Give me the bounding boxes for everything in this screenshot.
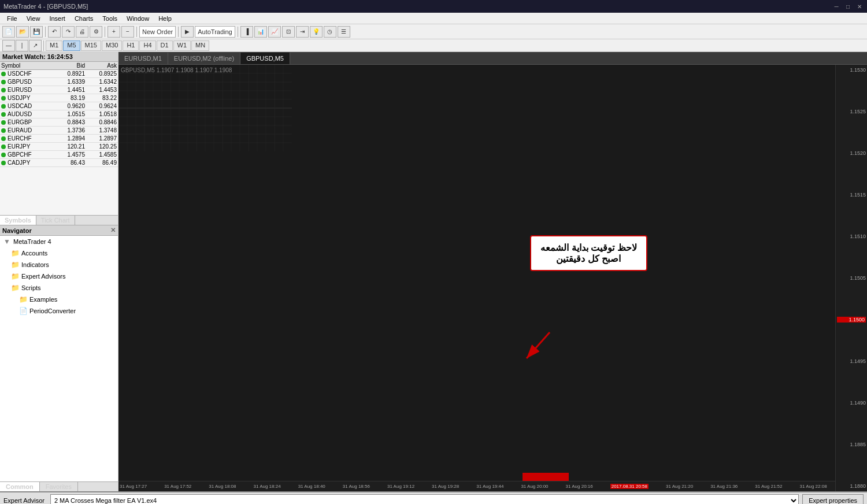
nav-tree-item[interactable]: 📁 Indicators: [0, 259, 118, 270]
tf-m15[interactable]: M15: [81, 40, 101, 51]
tree-icon: 📁: [18, 295, 28, 304]
line-button[interactable]: —: [2, 40, 15, 51]
tf-m1[interactable]: M1: [46, 40, 62, 51]
close-button[interactable]: ✕: [855, 2, 864, 10]
market-watch-row[interactable]: GBPCHF 1.4575 1.4585: [0, 151, 118, 159]
tree-icon: ▼: [2, 237, 12, 246]
redo-button[interactable]: ↷: [62, 26, 75, 38]
bar-chart-button[interactable]: ▐: [240, 26, 253, 38]
price-6: 1.1505: [837, 275, 866, 281]
title-bar: MetaTrader 4 - [GBPUSD,M5] ─ □ ✕: [0, 0, 867, 13]
navigator-close-icon[interactable]: ✕: [110, 227, 116, 234]
zoom-out-button[interactable]: −: [121, 26, 134, 38]
tree-label: MetaTrader 4: [13, 238, 51, 245]
price-5: 1.1510: [837, 234, 866, 239]
tf-mn[interactable]: MN: [191, 40, 209, 51]
market-watch-row[interactable]: USDCHF 0.8921 0.8925: [0, 70, 118, 78]
market-watch-row[interactable]: EURUSD 1.4451 1.4453: [0, 86, 118, 94]
tab-symbols[interactable]: Symbols: [0, 216, 36, 225]
market-watch-rows: USDCHF 0.8921 0.8925 GBPUSD 1.6339 1.634…: [0, 70, 118, 215]
autotrading-icon[interactable]: ▶: [181, 26, 194, 38]
chart-tooltip: لاحظ توقيت بداية الشمعه اصبح كل دقيقتين: [530, 235, 647, 271]
tf-m5[interactable]: M5: [63, 40, 80, 51]
open-button[interactable]: 📂: [16, 26, 29, 38]
price-9: 1.1490: [837, 400, 866, 406]
market-watch-bid: 1.0515: [53, 111, 85, 117]
chart-tab-gbpusd-m5[interactable]: GBPUSD,M5: [240, 53, 290, 64]
new-order-label[interactable]: New Order: [139, 26, 176, 38]
market-watch-ask: 1.4585: [85, 151, 117, 158]
price-axis: 1.1530 1.1525 1.1520 1.1515 1.1510 1.150…: [835, 65, 867, 491]
nav-tree-item[interactable]: 📁 Scripts: [0, 282, 118, 294]
tf-h1[interactable]: H1: [123, 40, 139, 51]
candle-chart-button[interactable]: 📊: [254, 26, 267, 38]
menu-view[interactable]: View: [22, 13, 45, 24]
market-watch-row[interactable]: EURAUD 1.3736 1.3748: [0, 127, 118, 135]
svg-line-144: [527, 332, 550, 358]
nav-tree-item[interactable]: 📁 Examples: [0, 294, 118, 305]
time-5: 31 Aug 18:40: [298, 484, 325, 489]
tf-w1[interactable]: W1: [173, 40, 191, 51]
new-chart-button[interactable]: 📄: [2, 26, 15, 38]
nav-tree-item[interactable]: 📁 Expert Advisors: [0, 270, 118, 282]
minimize-button[interactable]: ─: [832, 2, 840, 10]
undo-button[interactable]: ↶: [48, 26, 61, 38]
menu-tools[interactable]: Tools: [98, 13, 122, 24]
tree-label: Indicators: [21, 261, 49, 268]
print-button[interactable]: 🖨: [76, 26, 88, 38]
nav-tab-common[interactable]: Common: [0, 482, 40, 491]
market-watch-row[interactable]: EURGBP 0.8843 0.8846: [0, 118, 118, 127]
maximize-button[interactable]: □: [844, 2, 852, 10]
scroll-end-button[interactable]: ⇥: [296, 26, 309, 38]
nav-tree-item[interactable]: 📁 Accounts: [0, 247, 118, 259]
market-watch-row[interactable]: AUDUSD 1.0515 1.0518: [0, 110, 118, 118]
tab-tick-chart[interactable]: Tick Chart: [36, 216, 75, 225]
bottom-section: Expert Advisor 2 MA Crosses Mega filter …: [0, 491, 867, 504]
templates-button[interactable]: ☰: [338, 26, 350, 38]
market-watch-ask: 0.8925: [85, 71, 117, 77]
periodicity-button[interactable]: ◷: [324, 26, 336, 38]
indicators-button[interactable]: 💡: [310, 26, 323, 38]
tf-d1[interactable]: D1: [157, 40, 173, 51]
market-watch-symbol: CADJPY: [8, 160, 53, 166]
market-watch-dot: [1, 104, 6, 109]
nav-tab-favorites[interactable]: Favorites: [40, 482, 78, 491]
time-14: 31 Aug 21:52: [755, 484, 782, 489]
autotrading-label[interactable]: AutoTrading: [195, 26, 235, 38]
market-watch-dot: [1, 96, 6, 101]
market-watch-row[interactable]: USDCAD 0.9620 0.9624: [0, 102, 118, 110]
market-watch-row[interactable]: CADJPY 86.43 86.49: [0, 159, 118, 167]
line-chart-button[interactable]: 📈: [268, 26, 281, 38]
save-button[interactable]: 💾: [30, 26, 43, 38]
nav-tree-item[interactable]: 📄 PeriodConverter: [0, 305, 118, 317]
time-10: 31 Aug 20:00: [521, 484, 548, 489]
toolbar: 📄 📂 💾 ↶ ↷ 🖨 ⚙ + − New Order ▶ AutoTradin…: [0, 24, 867, 39]
market-watch-row[interactable]: EURCHF 1.2894 1.2897: [0, 135, 118, 143]
time-7: 31 Aug 19:12: [387, 484, 414, 489]
menu-help[interactable]: Help: [154, 13, 176, 24]
menu-charts[interactable]: Charts: [70, 13, 98, 24]
strategy-tester-toolbar: Expert Advisor 2 MA Crosses Mega filter …: [0, 492, 867, 504]
market-watch-ask: 0.9624: [85, 103, 117, 109]
chart-tab-eurusd-m2[interactable]: EURUSD,M2 (offline): [168, 53, 240, 64]
hline-button[interactable]: |: [16, 40, 28, 51]
ea-select[interactable]: 2 MA Crosses Mega filter EA V1.ex4: [50, 494, 799, 504]
expert-properties-button[interactable]: Expert properties: [802, 494, 864, 504]
zoom-fit-button[interactable]: ⊡: [282, 26, 295, 38]
time-1: 31 Aug 17:27: [120, 484, 147, 489]
menu-insert[interactable]: Insert: [45, 13, 70, 24]
menu-file[interactable]: File: [2, 13, 22, 24]
properties-button[interactable]: ⚙: [90, 26, 102, 38]
arrow-button[interactable]: ↗: [29, 40, 42, 51]
market-watch-bid: 0.9620: [53, 103, 85, 109]
tf-h4[interactable]: H4: [139, 40, 155, 51]
market-watch-row[interactable]: GBPUSD 1.6339 1.6342: [0, 78, 118, 86]
chart-tab-eurusd-m1[interactable]: EURUSD,M1: [118, 53, 168, 64]
market-watch-row[interactable]: USDJPY 83.19 83.22: [0, 94, 118, 102]
zoom-in-button[interactable]: +: [108, 26, 120, 38]
tree-icon: 📁: [10, 272, 20, 281]
tf-m30[interactable]: M30: [102, 40, 122, 51]
menu-window[interactable]: Window: [122, 13, 154, 24]
market-watch-row[interactable]: EURJPY 120.21 120.25: [0, 143, 118, 151]
nav-tree-item[interactable]: ▼ MetaTrader 4: [0, 236, 118, 247]
